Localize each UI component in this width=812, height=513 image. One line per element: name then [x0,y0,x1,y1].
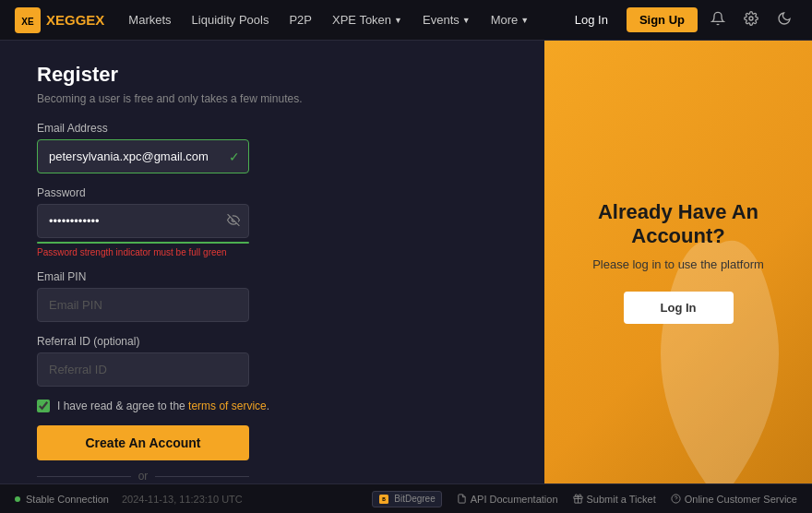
support-link[interactable]: Online Customer Service [671,494,797,505]
nav-events[interactable]: Events ▼ [413,7,480,32]
bitdegree-icon: B [378,494,389,505]
referral-input[interactable] [37,352,249,387]
tos-row: I have read & agree to the terms of serv… [37,400,508,412]
email-group: Email Address ✓ [37,122,508,173]
ticket-link[interactable]: Submit a Ticket [573,494,656,505]
nav-p2p[interactable]: P2P [280,7,321,32]
password-group: Password Password strength indicator mus… [37,186,508,257]
login-button[interactable]: Log In [564,8,619,31]
nav-liquidity[interactable]: Liquidity Pools [183,7,279,32]
create-account-button[interactable]: Create An Account [37,425,249,460]
logo-icon: XE [15,7,41,33]
nav-xpe[interactable]: XPE Token ▼ [323,7,412,32]
right-content: Already Have An Account? Please log in t… [544,182,812,342]
pin-label: Email PIN [37,270,508,283]
right-panel-title: Already Have An Account? [563,200,794,248]
status-dot [15,496,20,502]
pin-group: Email PIN [37,270,508,322]
connection-status: Stable Connection [26,494,109,505]
tos-link[interactable]: terms of service [188,400,267,412]
settings-icon-btn[interactable] [738,7,764,33]
theme-toggle-btn[interactable] [771,7,797,33]
tos-text: I have read & agree to the terms of serv… [57,400,269,412]
support-icon [671,494,681,504]
signup-button[interactable]: Sign Up [627,7,698,32]
bell-icon [710,11,725,26]
register-subtitle: Becoming a user is free and only takes a… [37,92,508,105]
ticket-icon [573,494,583,504]
nav-links: Markets Liquidity Pools P2P XPE Token ▼ … [119,7,559,32]
bitdegree-badge: B BitDegree [372,491,441,507]
footer-timestamp: 2024-11-13, 11:23:10 UTC [122,494,243,505]
main-layout: Register Becoming a user is free and onl… [0,41,812,483]
footer-right: B BitDegree API Documentation Submit a T… [372,491,797,507]
nav-actions: Log In Sign Up [564,7,797,33]
right-login-button[interactable]: Log In [624,292,734,324]
notification-icon-btn[interactable] [705,7,731,33]
right-panel: Already Have An Account? Please log in t… [544,41,812,483]
referral-group: Referral ID (optional) [37,335,508,387]
or-line-left [37,476,131,477]
api-icon [457,494,467,504]
or-line-right [155,476,249,477]
eye-icon[interactable] [227,213,240,229]
email-check-icon: ✓ [229,149,240,164]
register-title: Register [37,63,508,87]
right-panel-subtitle: Please log in to use the platform [563,257,794,271]
password-input[interactable] [37,204,249,238]
footer: Stable Connection 2024-11-13, 11:23:10 U… [0,483,812,513]
password-hint: Password strength indicator must be full… [37,247,508,257]
referral-input-wrapper [37,352,249,387]
password-input-wrapper [37,204,249,238]
nav-markets[interactable]: Markets [119,7,180,32]
register-panel: Register Becoming a user is free and onl… [0,41,544,483]
footer-left: Stable Connection 2024-11-13, 11:23:10 U… [15,494,372,505]
email-input-wrapper: ✓ [37,139,249,173]
svg-text:XE: XE [21,17,34,27]
pin-input-wrapper [37,288,249,322]
email-label: Email Address [37,122,508,135]
password-label: Password [37,186,508,199]
or-divider: or [37,470,249,483]
navbar: XE XEGGEX Markets Liquidity Pools P2P XP… [0,0,812,41]
api-docs-link[interactable]: API Documentation [457,494,558,505]
logo[interactable]: XE XEGGEX [15,7,104,33]
tos-checkbox[interactable] [37,400,50,412]
pin-input[interactable] [37,288,249,322]
gear-icon [744,11,758,26]
or-text: or [138,470,149,483]
svg-text:B: B [382,496,386,502]
logo-text: XEGGEX [46,12,104,28]
strength-bar [37,242,249,244]
bitdegree-label: BitDegree [394,494,435,504]
email-input[interactable] [37,139,249,173]
nav-more[interactable]: More ▼ [482,7,539,32]
moon-icon [777,11,792,26]
referral-label: Referral ID (optional) [37,335,508,348]
svg-point-2 [749,17,753,20]
